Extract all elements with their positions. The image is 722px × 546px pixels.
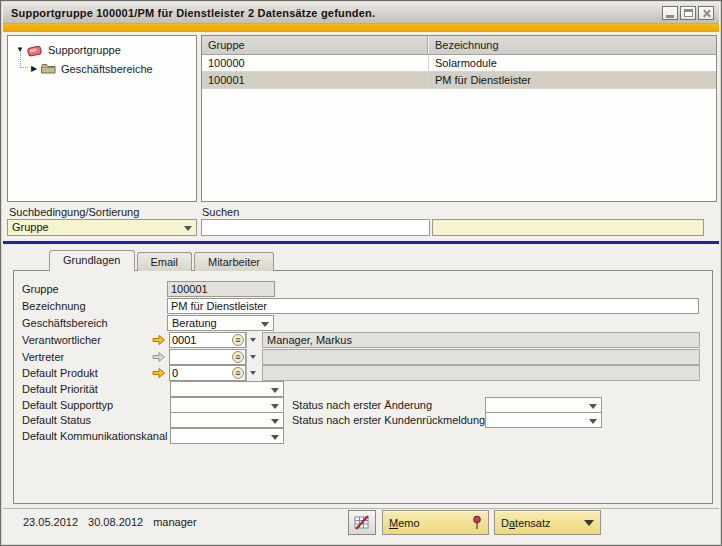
vertreter-dropdown-button[interactable]	[246, 349, 259, 365]
field-label: Default Kommunikationskanal	[22, 430, 168, 442]
row-default-status: Default Status Status nach erster Kunden…	[14, 412, 712, 428]
memo-accel: M	[389, 517, 398, 529]
default-prioritaet-dropdown[interactable]	[170, 381, 284, 397]
cell-bezeichnung[interactable]: Solarmodule	[429, 55, 716, 71]
default-produkt-field[interactable]: ≡	[169, 365, 246, 381]
gruppe-field: 100001	[167, 281, 275, 297]
status-aenderung-dropdown[interactable]	[485, 397, 602, 413]
search-label: Suchen	[202, 206, 239, 218]
link-arrow-icon-disabled	[152, 351, 166, 363]
tree-item-label: Geschäftsbereiche	[61, 63, 153, 75]
table-row[interactable]: 100000 Solarmodule	[202, 55, 716, 72]
memo-rest: emo	[398, 517, 419, 529]
cell-bezeichnung[interactable]: PM für Dienstleister	[429, 72, 716, 88]
row-default-prioritaet: Default Priorität	[14, 381, 712, 397]
table-row-selected[interactable]: 100001 PM für Dienstleister	[202, 72, 716, 89]
datensatz-rest: tensatz	[515, 517, 550, 529]
datensatz-button[interactable]: Datensatz	[494, 510, 601, 535]
column-header-gruppe[interactable]: Gruppe	[202, 36, 429, 54]
row-geschaeftsbereich: Geschäftsbereich Beratung	[14, 315, 712, 331]
field-label: Default Produkt	[22, 367, 98, 379]
remove-filter-button[interactable]	[348, 510, 376, 535]
choose-from-list-icon[interactable]: ≡	[232, 351, 244, 363]
vertreter-field[interactable]: ≡	[169, 349, 246, 365]
default-produkt-display	[262, 365, 700, 381]
field-label: Default Supporttyp	[22, 399, 113, 411]
supportgroup-icon	[26, 43, 44, 57]
form-panel: Gruppe 100001 Bezeichnung Geschäftsberei…	[13, 270, 713, 504]
field-label: Gruppe	[22, 283, 59, 295]
choose-from-list-icon[interactable]: ≡	[232, 367, 244, 379]
default-produkt-input[interactable]	[170, 366, 228, 380]
field-label: Status nach erster Änderung	[292, 399, 432, 411]
tab-email[interactable]: Email	[137, 252, 193, 271]
cell-gruppe[interactable]: 100001	[202, 72, 429, 88]
link-arrow-icon[interactable]	[152, 367, 166, 379]
expander-right-icon[interactable]: ▶	[28, 64, 40, 73]
default-produkt-dropdown-button[interactable]	[246, 365, 259, 381]
search-condition-dropdown[interactable]: Gruppe	[7, 219, 197, 236]
table-header: Gruppe Bezeichnung	[202, 36, 716, 55]
default-status-dropdown[interactable]	[170, 412, 284, 428]
field-label: Verantwortlicher	[22, 334, 101, 346]
changed-date: 30.08.2012	[88, 516, 143, 528]
vertreter-display	[262, 349, 700, 365]
chevron-down-icon	[584, 520, 594, 526]
verantwortlicher-display: Manager, Markus	[262, 332, 700, 348]
vertreter-input[interactable]	[170, 350, 228, 364]
default-kommunikationskanal-dropdown[interactable]	[170, 428, 284, 444]
search-input[interactable]	[201, 219, 430, 236]
row-bezeichnung: Bezeichnung	[14, 298, 712, 314]
link-arrow-icon[interactable]	[152, 334, 166, 346]
search-secondary-field[interactable]	[432, 219, 704, 236]
chevron-down-icon	[589, 419, 597, 424]
status-kundenrueckmeldung-dropdown[interactable]	[485, 412, 602, 428]
verantwortlicher-field[interactable]: ≡	[169, 332, 246, 348]
app-window: Supportgruppe 100001/PM für Dienstleiste…	[0, 0, 722, 546]
field-label: Status nach erster Kundenrückmeldung	[292, 414, 485, 426]
title-bar: Supportgruppe 100001/PM für Dienstleiste…	[3, 3, 719, 24]
choose-from-list-icon[interactable]: ≡	[232, 334, 244, 346]
row-default-supporttyp: Default Supporttyp Status nach erster Än…	[14, 397, 712, 413]
row-default-produkt: Default Produkt ≡	[14, 365, 712, 381]
tree-item-geschaeftsbereiche[interactable]: ▶ Geschäftsbereiche	[28, 60, 196, 77]
row-verantwortlicher: Verantwortlicher ≡ Manager, Markus	[14, 332, 712, 348]
geschaeftsbereich-dropdown[interactable]: Beratung	[167, 315, 274, 331]
folder-icon	[40, 62, 57, 75]
chevron-down-icon	[589, 404, 597, 409]
tab-mitarbeiter[interactable]: Mitarbeiter	[194, 252, 274, 271]
tree-connector	[20, 51, 28, 68]
verantwortlicher-input[interactable]	[170, 333, 228, 347]
bezeichnung-field[interactable]	[167, 298, 699, 314]
search-condition-value: Gruppe	[12, 221, 49, 233]
section-separator	[3, 241, 719, 244]
pushpin-icon	[472, 515, 482, 530]
chevron-down-icon	[271, 404, 279, 409]
tab-grundlagen[interactable]: Grundlagen	[49, 250, 135, 271]
close-button[interactable]	[698, 6, 714, 20]
chevron-down-icon	[271, 419, 279, 424]
column-header-bezeichnung[interactable]: Bezeichnung	[429, 36, 716, 54]
default-supporttyp-dropdown[interactable]	[170, 397, 284, 413]
gold-accent-bar	[3, 24, 719, 32]
field-label: Default Priorität	[22, 383, 98, 395]
minimize-button[interactable]	[662, 6, 678, 20]
chevron-down-icon	[271, 435, 279, 440]
footer-separator	[3, 508, 719, 509]
maximize-button[interactable]	[680, 6, 696, 20]
datensatz-pre: D	[501, 517, 509, 529]
chevron-down-icon	[261, 322, 269, 327]
created-date: 23.05.2012	[23, 516, 78, 528]
tree-item-supportgruppe[interactable]: ▼ Supportgruppe	[14, 41, 196, 58]
results-table: Gruppe Bezeichnung 100000 Solarmodule 10…	[201, 35, 717, 202]
maximize-icon	[684, 9, 693, 17]
row-default-kommunikationskanal: Default Kommunikationskanal	[14, 428, 712, 444]
geschaeftsbereich-value: Beratung	[172, 317, 217, 329]
field-label: Vertreter	[22, 351, 64, 363]
tree-item-label: Supportgruppe	[48, 44, 121, 56]
cell-gruppe[interactable]: 100000	[202, 55, 429, 71]
row-gruppe: Gruppe 100001	[14, 281, 712, 297]
memo-button[interactable]: Memo	[382, 510, 489, 535]
search-condition-label: Suchbedingung/Sortierung	[9, 206, 139, 218]
verantwortlicher-dropdown-button[interactable]	[246, 332, 259, 348]
